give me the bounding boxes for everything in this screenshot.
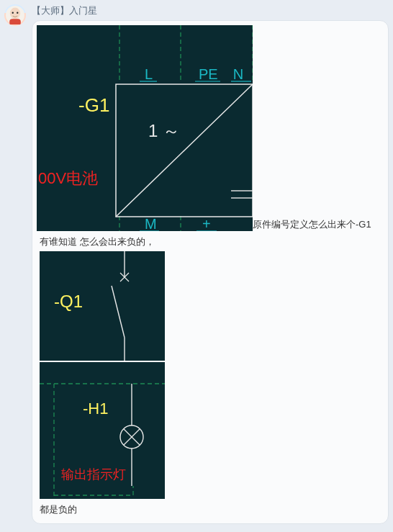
schematic-image-g1: L PE N -G1 1 ～ <box>37 25 253 231</box>
label-plus: + <box>202 216 211 231</box>
chat-bubble: L PE N -G1 1 ～ <box>32 20 389 524</box>
component-id-q1: -Q1 <box>54 292 83 311</box>
lamp-annotation: 输出指示灯 <box>61 467 126 482</box>
generator-symbol: 1 ～ <box>148 121 180 140</box>
label-PE: PE <box>199 66 218 82</box>
schematic-image-q1: -Q1 <box>40 251 165 361</box>
caption-2: 有谁知道 怎么会出来负的， <box>40 235 384 248</box>
svg-rect-5 <box>37 25 253 231</box>
label-L: L <box>145 66 153 82</box>
component-id-h1: -H1 <box>83 400 108 418</box>
user-avatar <box>4 4 26 26</box>
label-N: N <box>233 66 243 82</box>
username-tag: 【大师】入门星 <box>32 4 389 17</box>
schematic-image-h1: -H1 输出指示灯 <box>40 362 165 499</box>
component-id-g1: -G1 <box>78 94 109 116</box>
label-M: M <box>145 216 157 231</box>
svg-point-3 <box>17 12 18 14</box>
caption-3: 都是负的 <box>40 503 384 516</box>
battery-label: 00V电池 <box>38 169 98 187</box>
svg-rect-4 <box>9 19 21 24</box>
caption-1: 原件编号定义怎么出来个-G1 <box>253 219 371 230</box>
svg-point-2 <box>12 12 14 14</box>
